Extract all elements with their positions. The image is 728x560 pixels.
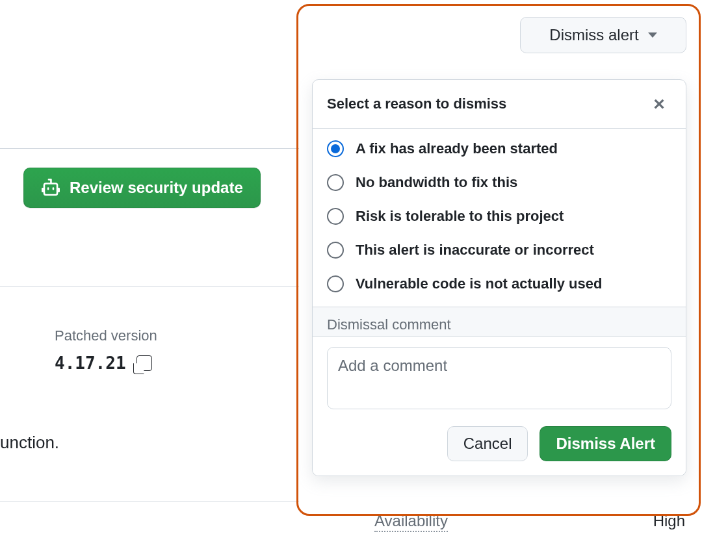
- radio-icon: [327, 140, 344, 157]
- dependabot-icon: [41, 179, 60, 197]
- dismissal-comment-label: Dismissal comment: [313, 307, 686, 336]
- reason-label: Vulnerable code is not actually used: [356, 275, 602, 292]
- dismiss-reason-popover: Select a reason to dismiss × A fix has a…: [312, 79, 686, 476]
- review-button-label: Review security update: [70, 179, 243, 197]
- availability-value: High: [653, 512, 685, 530]
- patched-version-block: Patched version 4.17.21: [55, 327, 289, 373]
- popover-title: Select a reason to dismiss: [327, 95, 506, 112]
- close-icon[interactable]: ×: [647, 92, 671, 116]
- dismissal-comment-section: Dismissal comment: [313, 307, 686, 336]
- truncated-text-fragment: unction.: [0, 433, 59, 453]
- reason-label: This alert is inaccurate or incorrect: [356, 242, 594, 259]
- dismiss-reason-option-code-not-used[interactable]: Vulnerable code is not actually used: [327, 275, 671, 292]
- reason-label: No bandwidth to fix this: [356, 174, 517, 191]
- dismiss-reason-list: A fix has already been started No bandwi…: [313, 129, 686, 307]
- review-security-update-button[interactable]: Review security update: [23, 168, 261, 208]
- patched-version-value: 4.17.21: [55, 353, 126, 373]
- background-partial: Review security update Patched version 4…: [0, 0, 286, 560]
- cancel-button[interactable]: Cancel: [447, 426, 528, 461]
- patched-version-label: Patched version: [55, 327, 289, 344]
- dismiss-reason-option-no-bandwidth[interactable]: No bandwidth to fix this: [327, 174, 671, 191]
- divider: [0, 286, 299, 286]
- cvss-metric-row: Availability High: [374, 512, 685, 532]
- chevron-down-icon: [648, 32, 657, 38]
- copy-icon[interactable]: [136, 355, 152, 371]
- reason-label: Risk is tolerable to this project: [356, 208, 564, 225]
- comment-box-wrap: [313, 336, 686, 417]
- divider: [0, 502, 299, 502]
- radio-icon: [327, 208, 344, 225]
- dismiss-reason-option-fix-started[interactable]: A fix has already been started: [327, 140, 671, 157]
- dismiss-alert-dropdown-button[interactable]: Dismiss alert: [520, 17, 686, 53]
- divider: [0, 148, 299, 149]
- radio-icon: [327, 242, 344, 259]
- dismiss-alert-confirm-button[interactable]: Dismiss Alert: [540, 426, 671, 461]
- availability-label: Availability: [374, 512, 448, 532]
- reason-label: A fix has already been started: [356, 140, 558, 157]
- radio-icon: [327, 174, 344, 191]
- dismissal-comment-input[interactable]: [327, 347, 671, 409]
- dismiss-reason-option-inaccurate[interactable]: This alert is inaccurate or incorrect: [327, 242, 671, 259]
- popover-actions: Cancel Dismiss Alert: [313, 417, 686, 476]
- radio-icon: [327, 275, 344, 292]
- popover-header: Select a reason to dismiss ×: [313, 80, 686, 129]
- dismiss-alert-label: Dismiss alert: [549, 26, 638, 44]
- dismiss-reason-option-tolerable-risk[interactable]: Risk is tolerable to this project: [327, 208, 671, 225]
